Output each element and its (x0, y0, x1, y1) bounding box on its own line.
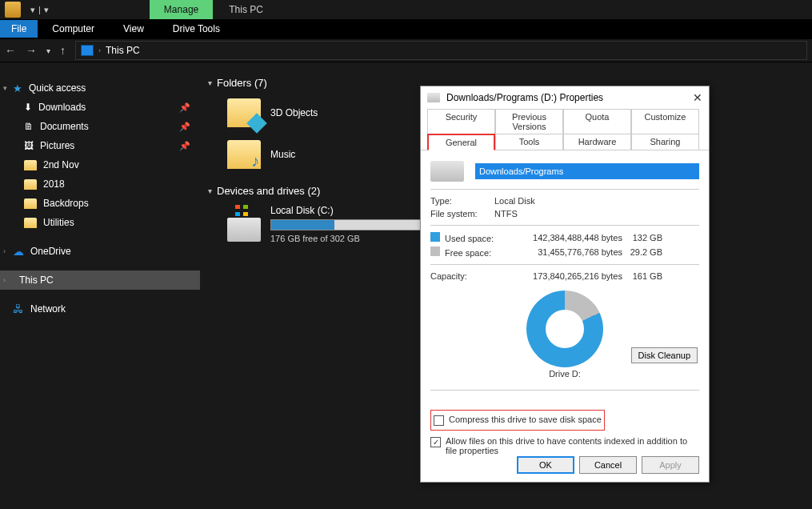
recent-locations-icon[interactable]: ▾ (42, 46, 55, 55)
sidebar-item-documents[interactable]: 🗎Documents📌 (0, 117, 200, 136)
filesystem-label: File system: (430, 209, 494, 218)
tab-previous-versions[interactable]: Previous Versions (495, 109, 563, 134)
type-label: Type: (430, 196, 494, 206)
filesystem-value: NTFS (494, 209, 699, 218)
compress-label: Compress this drive to save disk space (449, 415, 602, 424)
folder-3d-objects[interactable]: 3D Objects (227, 98, 387, 127)
forward-button[interactable]: → (21, 44, 42, 57)
tab-security[interactable]: Security (427, 109, 495, 134)
drive-tools-tab[interactable]: Drive Tools (158, 20, 234, 38)
type-value: Local Disk (494, 196, 699, 206)
capacity-gb: 161 GB (622, 271, 662, 281)
group-title: Folders (7) (217, 77, 267, 89)
sidebar-item-label: OneDrive (30, 246, 71, 257)
dialog-tabs: Security Previous Versions Quota Customi… (421, 109, 709, 150)
index-option[interactable]: ✓ Allow files on this drive to have cont… (430, 434, 699, 458)
folder-icon (24, 160, 37, 170)
tab-quota[interactable]: Quota (563, 109, 631, 134)
chevron-right-icon[interactable]: › (3, 276, 6, 284)
cancel-button[interactable]: Cancel (579, 456, 637, 474)
capacity-bytes: 173,840,265,216 bytes (494, 271, 622, 281)
view-tab[interactable]: View (109, 20, 158, 38)
sidebar-item-pictures[interactable]: 🖼Pictures📌 (0, 136, 200, 155)
windows-logo-icon (235, 205, 248, 216)
chevron-down-icon: ▾ (208, 186, 212, 195)
compress-option[interactable]: Compress this drive to save disk space (434, 412, 602, 428)
folder-icon (227, 98, 261, 127)
sidebar-item-utilities[interactable]: Utilities (0, 213, 200, 232)
qat-divider: | (38, 5, 41, 15)
sidebar-quick-access[interactable]: ▾ ★ Quick access (0, 78, 200, 98)
up-button[interactable]: ↑ (55, 44, 70, 57)
sidebar-item-backdrops[interactable]: Backdrops (0, 194, 200, 213)
sidebar-item-downloads[interactable]: ⬇Downloads📌 (0, 98, 200, 117)
free-space-bytes: 31,455,776,768 bytes (494, 247, 622, 257)
back-button[interactable]: ← (0, 44, 21, 57)
folder-music[interactable]: Music (227, 140, 387, 169)
dialog-titlebar[interactable]: Downloads/Programs (D:) Properties ✕ (421, 86, 709, 109)
sidebar-item-2nd-nov[interactable]: 2nd Nov (0, 155, 200, 174)
sidebar-item-label: 2018 (43, 178, 65, 190)
sidebar-onedrive[interactable]: ›☁OneDrive (0, 242, 200, 261)
tab-sharing[interactable]: Sharing (631, 134, 699, 150)
sidebar-item-label: Network (30, 303, 66, 315)
qat-dropdown-icon[interactable]: ▾ (30, 5, 35, 15)
chevron-right-icon[interactable]: › (3, 247, 6, 255)
tab-general[interactable]: General (427, 134, 495, 150)
free-space-label: Free space: (430, 246, 494, 258)
checkbox-checked-icon[interactable]: ✓ (430, 437, 441, 447)
sidebar-item-label: Backdrops (43, 198, 89, 209)
index-label: Allow files on this drive to have conten… (446, 436, 699, 455)
folder-label: 3D Objects (270, 107, 318, 118)
app-icon (5, 2, 21, 18)
drive-name: Local Disk (C:) (270, 205, 422, 219)
breadcrumb-sep-icon: › (98, 46, 101, 54)
tab-hardware[interactable]: Hardware (563, 134, 631, 150)
sidebar-network[interactable]: 🖧Network (0, 299, 200, 319)
tab-customize[interactable]: Customize (631, 109, 699, 134)
title-bar: ▾ | ▾ Manage This PC (0, 0, 812, 19)
capacity-label: Capacity: (430, 271, 494, 281)
drive-icon (430, 161, 464, 182)
drive-local-c[interactable]: Local Disk (C:) 176 GB free of 302 GB (208, 200, 416, 243)
computer-tab[interactable]: Computer (38, 20, 109, 38)
disk-cleanup-button[interactable]: Disk Cleanup (631, 347, 698, 363)
chevron-down-icon[interactable]: ▾ (3, 84, 7, 92)
navigation-pane: ▾ ★ Quick access ⬇Downloads📌 🗎Documents📌… (0, 62, 200, 509)
used-space-label: Used space: (430, 232, 494, 243)
apply-button[interactable]: Apply (642, 456, 699, 474)
drive-free-text: 176 GB free of 302 GB (270, 230, 422, 243)
sidebar-item-label: Pictures (40, 140, 74, 151)
document-icon: 🗎 (24, 121, 34, 132)
drive-usage-bar (270, 219, 422, 230)
sidebar-item-2018[interactable]: 2018 (0, 174, 200, 194)
tab-tools[interactable]: Tools (495, 134, 563, 150)
used-space-gb: 132 GB (622, 233, 662, 242)
folder-label: Music (270, 149, 295, 160)
used-space-bytes: 142,384,488,448 bytes (494, 233, 622, 242)
manage-context-tab[interactable]: Manage (150, 0, 213, 19)
sidebar-item-label: Quick access (29, 82, 86, 94)
breadcrumb-path[interactable]: This PC (106, 45, 140, 56)
group-title: Devices and drives (2) (217, 185, 320, 197)
quick-access-toolbar: ▾ | ▾ (26, 5, 54, 15)
usage-donut-chart (526, 291, 603, 367)
checkbox-icon[interactable] (434, 415, 444, 426)
file-tab[interactable]: File (0, 20, 38, 38)
chevron-down-icon: ▾ (208, 78, 212, 87)
properties-dialog: Downloads/Programs (D:) Properties ✕ Sec… (420, 86, 710, 483)
drive-label: Drive D: (430, 369, 699, 379)
folder-icon (227, 140, 261, 169)
address-bar[interactable]: › This PC (75, 41, 807, 60)
drive-name-input[interactable] (475, 163, 699, 179)
window-title: This PC (213, 4, 279, 15)
ok-button[interactable]: OK (517, 456, 574, 474)
close-button[interactable]: ✕ (693, 91, 702, 104)
sidebar-this-pc[interactable]: ›This PC (0, 271, 200, 290)
pin-icon: 📌 (179, 141, 190, 151)
picture-icon: 🖼 (24, 140, 34, 151)
qat-overflow-icon[interactable]: ▾ (44, 5, 49, 15)
network-icon: 🖧 (13, 303, 24, 315)
sidebar-item-label: 2nd Nov (43, 159, 79, 170)
drive-icon (227, 218, 261, 242)
